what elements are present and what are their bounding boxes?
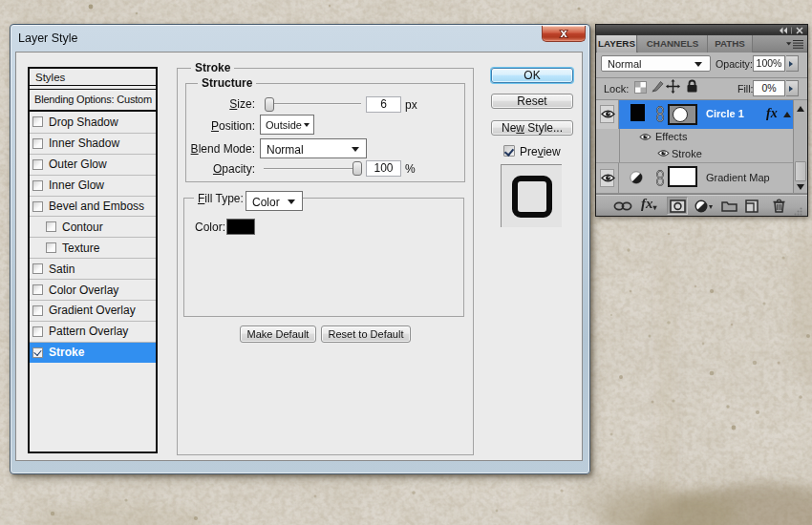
svg-text:x: x xyxy=(560,26,567,40)
